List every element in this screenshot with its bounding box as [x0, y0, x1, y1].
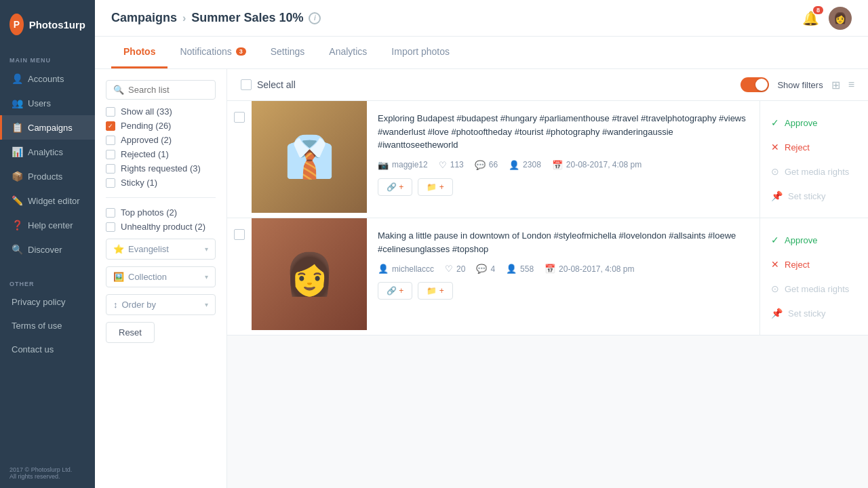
filter-rights-requested[interactable]: Rights requested (3) [106, 163, 216, 174]
tab-analytics[interactable]: Analytics [317, 37, 379, 68]
sidebar-logo[interactable]: P Photos1urp [0, 0, 95, 49]
add-link-button[interactable]: 🔗 + [378, 282, 412, 300]
sidebar-item-products[interactable]: 📦 Products [0, 164, 95, 188]
photo-comments: 💬 4 [476, 264, 495, 274]
filter-pending[interactable]: Pending (26) [106, 121, 216, 131]
approve-label: Approve [785, 118, 817, 128]
photo-checkbox-area[interactable] [227, 101, 252, 218]
filter-label: Show all (33) [121, 106, 172, 117]
select-all-checkbox[interactable] [241, 79, 252, 90]
reject-action[interactable]: ✕ Reject [760, 253, 868, 275]
tab-photos[interactable]: Photos [111, 37, 167, 68]
sidebar-item-contact[interactable]: Contact us [0, 338, 95, 361]
sidebar-item-label: Discover [28, 245, 62, 255]
breadcrumb-parent[interactable]: Campaigns [111, 11, 177, 25]
add-to-collection-button[interactable]: 📁 + [418, 282, 452, 300]
sidebar-item-label: Campaigns [28, 123, 73, 133]
sidebar-item-discover[interactable]: 🔍 Discover [0, 237, 95, 262]
photo-username: maggie12 [392, 160, 428, 169]
sidebar-item-label: Help center [28, 220, 73, 230]
get-media-rights-action[interactable]: ⊙ Get media rights [760, 161, 868, 182]
tab-import-photos[interactable]: Import photos [379, 37, 462, 68]
products-icon: 📦 [12, 171, 22, 182]
discover-icon: 🔍 [12, 244, 22, 255]
reset-button[interactable]: Reset [106, 322, 155, 343]
status-filters: Show all (33) Pending (26) Approved (2) … [106, 106, 216, 188]
photo-checkbox-area[interactable] [227, 218, 252, 335]
filter-unhealthy[interactable]: Unhealthy product (2) [106, 222, 216, 232]
filter-top-photos[interactable]: Top photos (2) [106, 207, 216, 218]
photo-caption: Exploring Budapest #budapest #hungary #p… [378, 112, 749, 152]
media-rights-label: Get media rights [785, 167, 849, 177]
sidebar-item-users[interactable]: 👥 Users [0, 91, 95, 115]
filter-checkbox-rejected[interactable] [106, 150, 115, 159]
filter-panel: 🔍 Show all (33) Pending (26) Approved (2… [95, 69, 227, 488]
filter-sticky[interactable]: Sticky (1) [106, 178, 216, 188]
toolbar-right: Show filters ⊞ ≡ [741, 77, 854, 92]
filter-checkbox-top[interactable] [106, 208, 115, 218]
notifications-bell[interactable]: 🔔 8 [802, 10, 819, 26]
photo-row-main: 👩 Making a little pause in downtown of L… [227, 218, 760, 335]
comments-count: 66 [489, 160, 498, 169]
order-by-dropdown[interactable]: ↕️ Order by ▾ [106, 294, 216, 315]
sidebar-item-accounts[interactable]: 👤 Accounts [0, 66, 95, 91]
media-rights-icon: ⊙ [771, 166, 779, 177]
approve-action[interactable]: ✓ Approve [760, 112, 868, 134]
likes-count: 113 [450, 160, 464, 169]
instagram-icon: 📷 [378, 160, 389, 170]
info-icon[interactable]: i [309, 12, 321, 24]
sidebar-item-help-center[interactable]: ❓ Help center [0, 213, 95, 237]
sidebar-item-widget-editor[interactable]: ✏️ Widget editor [0, 188, 95, 213]
set-sticky-action[interactable]: 📌 Set sticky [760, 302, 868, 324]
photo-likes: ♡ 113 [439, 160, 464, 170]
sidebar-item-analytics[interactable]: 📊 Analytics [0, 140, 95, 164]
grid-view-icon[interactable]: ⊞ [831, 79, 840, 92]
x-icon: ✕ [771, 142, 779, 152]
filter-checkbox-unhealthy[interactable] [106, 222, 115, 232]
filter-show-all[interactable]: Show all (33) [106, 106, 216, 117]
reject-action[interactable]: ✕ Reject [760, 136, 868, 158]
filter-approved[interactable]: Approved (2) [106, 135, 216, 145]
search-box[interactable]: 🔍 [106, 80, 216, 100]
evangelist-dropdown[interactable]: ⭐ Evangelist ▾ [106, 239, 216, 260]
tab-settings[interactable]: Settings [258, 37, 317, 68]
approve-action[interactable]: ✓ Approve [760, 229, 868, 251]
avatar[interactable]: 👩 [829, 7, 852, 30]
filter-checkbox-show-all[interactable] [106, 107, 115, 117]
widget-icon: ✏️ [12, 195, 22, 206]
sidebar-item-privacy[interactable]: Privacy policy [0, 290, 95, 314]
photo-row-main: 👔 Exploring Budapest #budapest #hungary … [227, 101, 760, 218]
sidebar-item-terms[interactable]: Terms of use [0, 314, 95, 338]
set-sticky-action[interactable]: 📌 Set sticky [760, 185, 868, 207]
photo-checkbox[interactable] [234, 112, 245, 123]
notification-count: 8 [813, 6, 823, 14]
list-view-icon[interactable]: ≡ [848, 79, 854, 91]
photo-meta: 📷 maggie12 ♡ 113 💬 66 [378, 160, 749, 170]
collection-dropdown[interactable]: 🖼️ Collection ▾ [106, 266, 216, 287]
photo-likes: ♡ 20 [445, 264, 465, 274]
select-all-row[interactable]: Select all [241, 79, 296, 90]
filter-rejected[interactable]: Rejected (1) [106, 149, 216, 159]
get-media-rights-action[interactable]: ⊙ Get media rights [760, 278, 868, 300]
notifications-badge: 3 [236, 47, 246, 56]
photo-checkbox[interactable] [234, 229, 245, 240]
filter-checkbox-approved[interactable] [106, 136, 115, 145]
calendar-icon: 📅 [545, 264, 555, 274]
filter-checkbox-pending[interactable] [106, 121, 115, 131]
toggle-knob [755, 79, 768, 91]
photo-followers: 👤 558 [506, 264, 534, 274]
filter-checkbox-rights[interactable] [106, 164, 115, 174]
tab-notifications[interactable]: Notifications 3 [167, 37, 258, 68]
filter-checkbox-sticky[interactable] [106, 178, 115, 188]
photo-date: 📅 20-08-2017, 4:08 pm [552, 160, 642, 170]
photo-row: 👔 Exploring Budapest #budapest #hungary … [227, 101, 868, 218]
add-to-collection-button[interactable]: 📁 + [418, 178, 452, 196]
search-input[interactable] [128, 85, 208, 95]
user-icon: 👤 [12, 73, 22, 84]
photo-actions: 🔗 + 📁 + [378, 178, 749, 196]
show-filters-toggle[interactable] [741, 77, 769, 92]
users-icon: 👥 [12, 98, 22, 108]
sticky-icon: 📌 [771, 190, 783, 201]
sidebar-item-campaigns[interactable]: 📋 Campaigns [0, 115, 95, 140]
add-link-button[interactable]: 🔗 + [378, 178, 412, 196]
